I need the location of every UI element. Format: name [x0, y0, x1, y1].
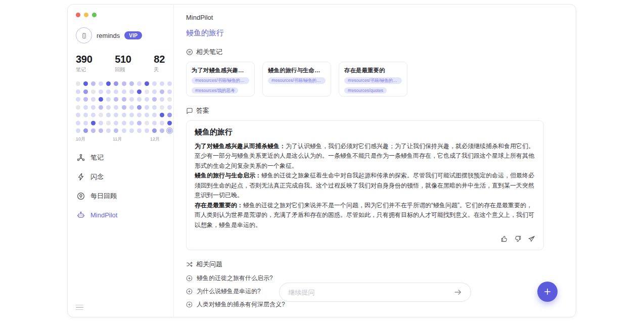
note-card[interactable]: 存在是最重要的 #resources/书籍/鳗鱼的旅行 #resources/q…: [339, 62, 407, 97]
sidebar-item-mindpilot[interactable]: MindPilot: [76, 208, 166, 222]
heatmap-dot: [129, 121, 134, 125]
heatmap-dot: [167, 97, 172, 102]
answer-chat-icon: [186, 107, 193, 114]
heatmap-dot: [122, 81, 126, 86]
heatmap-dot: [160, 113, 164, 117]
heatmap-dot: [122, 128, 126, 133]
heatmap-dot: [152, 121, 157, 125]
question-item[interactable]: 鳗鱼的迁徙之旅有什么启示?: [186, 274, 564, 283]
heatmap-dot: [76, 105, 80, 110]
heatmap-dot: [145, 97, 149, 102]
arrow-right-icon: [453, 288, 463, 297]
window-controls: [76, 13, 166, 17]
heatmap-dot: [83, 97, 88, 102]
heatmap-dot: [145, 113, 149, 117]
note-tag[interactable]: #resources/书籍/鳗鱼的旅行: [192, 77, 249, 84]
daily-review-icon: [77, 192, 85, 200]
shuffle-icon: [186, 261, 193, 268]
heatmap-dot: [137, 81, 142, 86]
sidebar-item-label: MindPilot: [90, 211, 117, 219]
note-tag[interactable]: #resources/书籍/鳗鱼的旅行: [344, 77, 402, 84]
answer-paragraph: 存在是最重要的：鳗鱼的迁徙之旅对它们来说并不是一个问题，因为它们并不在乎所谓的“…: [195, 201, 535, 230]
heatmap-dot: [83, 81, 88, 86]
sidebar-item-label: 闪念: [90, 172, 104, 181]
topic-link[interactable]: 鳗鱼的旅行: [186, 28, 224, 38]
heatmap-dot: [91, 113, 96, 117]
heatmap-dot: [145, 89, 149, 94]
thumbs-up-icon[interactable]: [500, 235, 508, 243]
heatmap-dot: [76, 128, 80, 133]
stats-row: 390 笔记 510 回顾 82 天: [76, 54, 166, 73]
heatmap-dot: [76, 113, 80, 117]
heatmap-dot: [91, 89, 96, 94]
heatmap-dot: [91, 81, 96, 86]
note-card[interactable]: 鳗鱼的旅行与生命启示 #resources/书籍/鳗鱼的旅行: [262, 62, 331, 97]
sidebar-item-label: 每日回顾: [90, 192, 117, 201]
heatmap-dot: [145, 105, 149, 110]
heatmap-dot: [167, 121, 172, 125]
sidebar-item-flash[interactable]: 闪念: [76, 169, 166, 185]
heatmap-dot: [106, 97, 111, 102]
section-label: 相关问题: [196, 260, 222, 269]
heatmap-dot: [83, 89, 88, 94]
minimize-button[interactable]: [84, 13, 88, 17]
heatmap-dot: [137, 97, 142, 102]
heatmap-dot: [76, 89, 80, 94]
heatmap-dot: [106, 105, 111, 110]
heatmap-dot: [160, 81, 164, 86]
heatmap-dot: [137, 121, 142, 125]
main-content: MindPilot 鳗鱼的旅行 相关笔记 为了对鳗鱼感兴趣从而... #reso…: [174, 5, 576, 317]
heatmap-dot: [152, 113, 157, 117]
section-label: 相关笔记: [196, 48, 222, 57]
heatmap-dot: [160, 89, 164, 94]
sidebar-collapse-handle[interactable]: [76, 305, 83, 310]
stat-reviews-label: 回顾: [115, 66, 131, 73]
new-question-fab[interactable]: [537, 282, 558, 302]
answer-actions: [195, 230, 535, 246]
heatmap-dot: [122, 121, 126, 125]
heatmap-dot: [99, 113, 103, 117]
circle-plus-icon: [186, 275, 193, 282]
heatmap-dot: [76, 121, 80, 125]
heatmap-dot: [114, 105, 118, 110]
share-send-icon[interactable]: [528, 235, 535, 243]
heatmap-dot: [137, 113, 142, 117]
heatmap-dot: [167, 81, 172, 86]
heatmap-dot: [106, 113, 111, 117]
plus-icon: [543, 287, 552, 296]
note-tag[interactable]: #resources/我的思考: [192, 87, 238, 94]
heatmap-dot: [167, 89, 172, 94]
zoom-button[interactable]: [92, 13, 97, 17]
note-tag[interactable]: #resources/quotes: [344, 87, 387, 94]
notes-graph-icon: [77, 154, 85, 162]
question-text: 人类对鳗鱼的捕杀有何深层含义?: [197, 300, 285, 309]
heatmap-dot: [167, 113, 172, 117]
heatmap-dot: [160, 105, 164, 110]
send-arrow-button[interactable]: [452, 287, 464, 298]
close-button[interactable]: [76, 13, 80, 17]
activity-heatmap: [76, 81, 166, 133]
note-tag[interactable]: #resources/书籍/鳗鱼的旅行: [268, 77, 326, 84]
note-card[interactable]: 为了对鳗鱼感兴趣从而... #resources/书籍/鳗鱼的旅行 #resou…: [186, 62, 255, 97]
sidebar-item-daily-review[interactable]: 每日回顾: [76, 189, 166, 204]
vip-badge: VIP: [124, 31, 142, 39]
related-notes-cards: 为了对鳗鱼感兴趣从而... #resources/书籍/鳗鱼的旅行 #resou…: [186, 62, 564, 97]
thumbs-down-icon[interactable]: [514, 235, 522, 243]
user-name: reminds: [97, 32, 120, 39]
related-questions-heading: 相关问题: [186, 260, 564, 269]
avatar: [76, 27, 92, 43]
heatmap-dot: [129, 89, 134, 94]
sidebar-item-notes[interactable]: 笔记: [76, 150, 166, 165]
heatmap-dot: [122, 105, 126, 110]
answer-paragraph: 为了对鳗鱼感兴趣从而捕杀鳗鱼：为了认识鳗鱼，我们必须对它们感兴趣；为了让我们保持…: [195, 142, 535, 171]
heatmap-dot: [99, 121, 103, 125]
heatmap-dot: [114, 113, 118, 117]
heatmap-dot: [129, 128, 134, 133]
heatmap-dot: [106, 81, 111, 86]
sidebar: reminds VIP 390 笔记 510 回顾 82 天 10: [68, 5, 174, 317]
ask-input[interactable]: [289, 289, 452, 296]
heatmap-dot: [99, 89, 103, 94]
heatmap-dot: [83, 121, 88, 125]
related-notes-icon: [186, 49, 193, 56]
user-profile[interactable]: reminds VIP: [76, 27, 166, 43]
